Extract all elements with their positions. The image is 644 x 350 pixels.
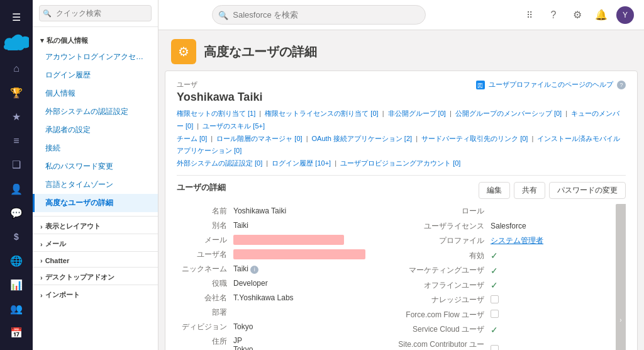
share-button[interactable]: 共有 [514,182,545,199]
personal-info-header[interactable]: ▾ 私の個人情報 [33,31,158,48]
grid-icon[interactable]: ⠿ [521,6,538,24]
email-section-header[interactable]: › メール [33,234,158,251]
help-link-text[interactable]: ユーザプロファイルこのページのヘルプ [489,80,613,89]
related-link-13[interactable]: ログイン履歴 [10+] [272,159,331,167]
related-link-1[interactable]: 権限セットの割り当て [1] [177,110,255,117]
contact-icon[interactable]: 👤 [5,178,28,200]
field-label-name: 名前 [177,204,233,218]
sidebar-item-approver-settings[interactable]: 承認者の設定 [33,121,158,139]
star-icon[interactable]: ★ [5,106,28,127]
help-link: 図 ユーザプロファイルこのページのヘルプ ? [476,80,626,89]
related-link-4[interactable]: 公開グループのメンバーシップ [0] [455,110,562,117]
display-layout-header[interactable]: › 表示とレイアウト [33,217,158,234]
user-profile-help-icon: 図 [476,81,485,89]
detail-table-wrapper: 名前 Yoshikawa Taiki 別名 Taiki メール ████████… [177,204,626,350]
sidebar-item-language-timezone[interactable]: 言語とタイムゾーン [33,176,158,194]
page-header: ⚙ 高度なユーザの詳細 [158,30,644,71]
table-row: 別名 Taiki [177,218,396,233]
change-password-button[interactable]: パスワードの変更 [549,182,626,199]
chat-icon[interactable]: 💬 [5,202,28,223]
email-section: › メール [33,234,158,251]
page-content: ⚙ 高度なユーザの詳細 図 ユーザプロファイルこのページのヘルプ ? ユーザ Y… [158,30,644,350]
import-section-header[interactable]: › インポート [33,285,158,302]
hamburger-icon[interactable]: ☰ [5,6,28,28]
user-section-header: 図 ユーザプロファイルこのページのヘルプ ? ユーザ Yoshikawa Tai… [177,80,626,104]
desktop-addon-section: › デスクトップアドオン [33,267,158,285]
field-label-dept: 部署 [177,305,233,320]
related-link-6[interactable]: ユーザのスキル [5+] [203,122,265,130]
sidebar-item-password-change[interactable]: 私のパスワード変更 [33,157,158,176]
chevron-right-icon3: › [40,257,43,264]
trophy-icon[interactable]: 🏆 [5,82,28,103]
page-header-icon: ⚙ [171,39,196,64]
copy-icon[interactable]: ❑ [5,154,28,176]
field-label-knowledge-user: ナレッジユーザ [396,293,491,308]
people-icon[interactable]: 👥 [5,298,28,320]
sidebar-item-connect[interactable]: 接続 [33,139,158,157]
salesforce-logo [4,33,29,50]
collapse-arrow-icon: › [619,317,621,324]
field-value-user-license: Salesforce [491,218,616,234]
sidebar-search-input[interactable] [39,5,152,21]
right-detail-table: ロール ユーザライセンス Salesforce プロファイル システム管理者 [396,204,616,350]
related-link-2[interactable]: 権限セットライセンスの割り当て [0] [265,110,378,117]
checkbox-flow [491,310,499,318]
calendar-icon[interactable]: 📅 [5,322,28,344]
field-label-user-license: ユーザライセンス [396,218,491,234]
sidebar-item-advanced-user[interactable]: 高度なユーザの詳細 [33,194,158,212]
field-label-alias: 別名 [177,218,233,233]
table-row: ユーザ名 ████████████████████████ [177,247,396,262]
user-avatar[interactable]: Y [616,6,634,24]
table-row: ロール [396,204,616,219]
checkmark-service: ✓ [491,325,498,335]
field-label-sitecom-contributor: Site.com Contributor ユーザ [396,337,491,350]
related-link-12[interactable]: 外部システムの認証設定 [0] [177,159,262,167]
settings-icon[interactable]: ⚙ [569,6,586,24]
main-area: 🔍 ⠿ ? ⚙ 🔔 Y ⚙ 高度なユーザの詳細 図 [158,0,644,350]
field-value-title: Developer [233,276,396,291]
table-row: ナレッジユーザ [396,293,616,308]
help-icon[interactable]: ? [545,6,562,24]
home-icon[interactable]: ⌂ [5,58,28,79]
field-value-company: T.Yoshikawa Labs [233,291,396,305]
notifications-icon[interactable]: 🔔 [592,6,610,24]
table-row: 会社名 T.Yoshikawa Labs [177,291,396,305]
table-row: メール ████████████████████ [177,233,396,247]
field-label-service-cloud: Service Cloud ユーザ [396,322,491,337]
desktop-addon-header[interactable]: › デスクトップアドオン [33,268,158,285]
dollar-icon[interactable]: $ [5,226,28,247]
related-links: 権限セットの割り当て [1] | 権限セットライセンスの割り当て [0] | 非… [177,108,626,176]
global-search-input[interactable] [212,5,426,25]
action-buttons: 編集 共有 パスワードの変更 [479,182,626,199]
chatter-section-header[interactable]: › Chatter [33,252,158,267]
analytics-icon[interactable]: 📊 [5,274,28,296]
sidebar-item-login-history[interactable]: ログイン履歴 [33,66,158,84]
field-label-role: ロール [396,204,491,219]
field-label-flow-user: Force.com Flow ユーザ [396,307,491,322]
sidebar-item-external-auth[interactable]: 外部システムの認証設定 [33,103,158,121]
sidebar-item-account-login[interactable]: アカウントログインアクセス... [33,48,158,66]
sidebar-item-personal-info[interactable]: 個人情報 [33,84,158,103]
related-link-10[interactable]: サードパーティ取引先のリンク [0] [421,135,528,142]
related-link-9[interactable]: OAuth 接続アプリケーション [2] [312,135,413,142]
related-link-14[interactable]: ユーザプロビジョニングアカウント [0] [340,159,460,167]
profile-link[interactable]: システム管理者 [491,236,543,245]
related-link-7[interactable]: チーム [0] [177,135,207,142]
list-icon[interactable]: ≡ [5,130,28,152]
field-value-username: ████████████████████████ [233,247,396,262]
field-label-profile: プロファイル [396,234,491,249]
field-value-active: ✓ [491,248,616,263]
edit-button[interactable]: 編集 [479,182,510,199]
chevron-down-icon: ▾ [40,37,44,45]
table-row: ニックネーム Taiki i [177,262,396,276]
earth-icon[interactable]: 🌐 [5,250,28,271]
field-label-nickname: ニックネーム [177,262,233,276]
collapse-arrow[interactable]: › [616,204,626,350]
related-link-8[interactable]: ロール階層のマネージャ [0] [216,135,302,142]
related-link-3[interactable]: 非公開グループ [0] [388,110,446,117]
field-value-dept [233,305,396,320]
table-row: ディビジョン Tokyo [177,320,396,334]
table-row: マーケティングユーザ ✓ [396,263,616,278]
masked-username: ████████████████████████ [233,249,365,259]
display-layout-section: › 表示とレイアウト [33,216,158,234]
